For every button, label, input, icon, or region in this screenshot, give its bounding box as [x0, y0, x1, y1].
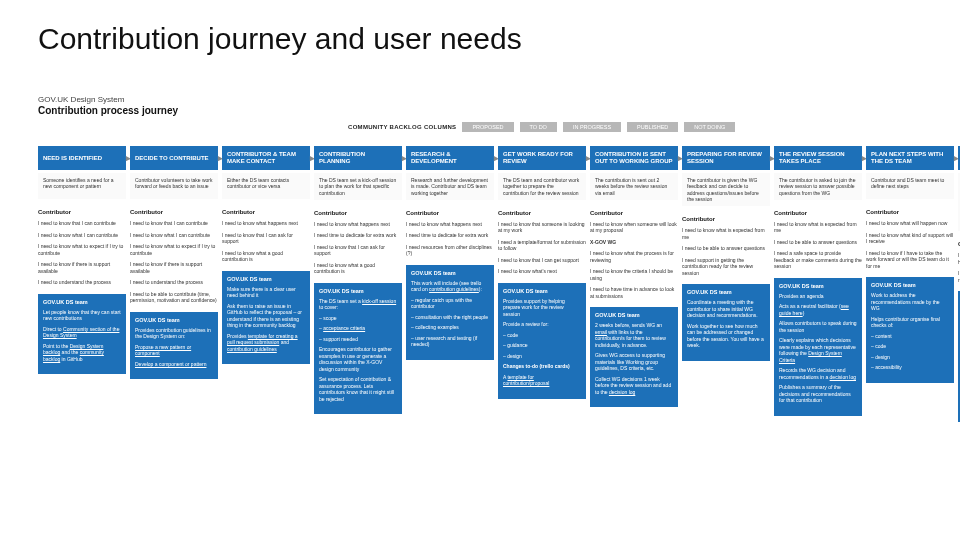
contributor-heading: Contributor [222, 209, 310, 215]
stage-column: GET WORK READY FOR REVIEW▸The DS team an… [498, 146, 586, 422]
legend-label: COMMUNITY BACKLOG COLUMNS [348, 124, 456, 130]
contributor-need: I need to know what kind of support will… [866, 232, 954, 245]
ds-team-heading: GOV.UK DS team [871, 282, 949, 289]
ds-team-item: 2 weeks before, sends WG an email with l… [595, 322, 673, 348]
contributor-need: I need resources from other disciplines … [406, 244, 494, 257]
stage-column: RESEARCH & DEVELOPMENT▸Research and furt… [406, 146, 494, 422]
ds-team-item: – code [503, 332, 581, 339]
ds-team-heading: GOV.UK DS team [319, 288, 397, 295]
contributor-heading: Contributor [774, 210, 862, 216]
journey-diagram: GOV.UK Design System Contribution proces… [38, 95, 960, 422]
contributor-need: I need to know what happens next [222, 220, 310, 227]
contributor-need: I need to understand the process [130, 279, 218, 286]
ds-team-item: – user research and testing (if needed) [411, 335, 489, 348]
ds-team-heading: GOV.UK DS team [779, 283, 857, 290]
legend-pill: NOT DOING [684, 122, 735, 132]
contributor-need: I need support in getting the contributi… [682, 257, 770, 277]
ds-team-box: GOV.UK DS teamProvides support by helpin… [498, 283, 586, 399]
contributor-heading: Contributor [498, 210, 586, 216]
ds-team-item: Work together to see how much can be add… [687, 323, 765, 349]
contributor-need: I need to know the criteria I should be … [590, 268, 678, 281]
stage-summary: The contributor is given the WG feedback… [682, 173, 770, 206]
contributor-need: I need to understand the process [38, 279, 126, 286]
stage-summary: The DS team set a kick-off session to pl… [314, 173, 402, 200]
ds-team-item: Work to address the recommendations made… [871, 292, 949, 312]
stage-summary: Contributor volunteers to take work forw… [130, 173, 218, 199]
contributor-heading: Contributor [682, 216, 770, 222]
contributor-heading: Contributor [38, 209, 126, 215]
stage-column: CONTRIBUTION IS SENT OUT TO WORKING GROU… [590, 146, 678, 422]
stage-column: CONTRIBUTOR & TEAM MAKE CONTACT▸Either t… [222, 146, 310, 422]
ds-team-box: GOV.UK DS teamThe DS team set a kick-off… [314, 283, 402, 415]
stage-header: RESEARCH & DEVELOPMENT▸ [406, 146, 494, 170]
contributor-need: I need to know if I have to take the wor… [866, 250, 954, 270]
contributor-need: I need to know what I can contribute [38, 232, 126, 239]
ds-team-item: – scope [319, 315, 397, 322]
contributor-need: I need to know if there is support avail… [38, 261, 126, 274]
ds-team-box: GOV.UK DS teamWork to address the recomm… [866, 277, 954, 383]
contributor-need: I need to know what is expected from me [774, 221, 862, 234]
stage-summary: Research and further development is made… [406, 173, 494, 200]
ds-team-item: A template for contribution/proposal [503, 374, 581, 387]
stage-header: CONTRIBUTION PLANNING▸ [314, 146, 402, 170]
contributor-heading: Contributor [314, 210, 402, 216]
ds-team-item: – collecting examples [411, 324, 489, 331]
diagram-suptitle: GOV.UK Design System [38, 95, 960, 104]
stage-header: PLAN NEXT STEPS WITH THE DS TEAM▸ [866, 146, 954, 170]
slide: Contribution journey and user needs GOV.… [0, 0, 960, 540]
ds-team-item: Propose a new pattern or component [135, 344, 213, 357]
stage-column: NEED IS IDENTIFIED▸Someone identifies a … [38, 146, 126, 422]
contributor-heading: Contributor [406, 210, 494, 216]
ds-team-heading: GOV.UK DS team [687, 289, 765, 296]
ds-team-item: Make sure there is a clear user need beh… [227, 286, 305, 299]
ds-team-item: – guidance [503, 342, 581, 349]
contributor-need: I need time to dedicate for extra work [406, 232, 494, 239]
contributor-need: I need to know when someone will look at… [590, 221, 678, 234]
ds-team-item: – support needed [319, 336, 397, 343]
ds-team-item: Provides template for creating a pull re… [227, 333, 305, 353]
stage-header: THE REVIEW SESSION TAKES PLACE▸ [774, 146, 862, 170]
ds-team-box: GOV.UK DS teamLet people know that they … [38, 294, 126, 375]
ds-team-heading: GOV.UK DS team [227, 276, 305, 283]
ds-team-item: Gives WG access to supporting materials … [595, 352, 673, 372]
contributor-need: I need to know what a good contribution … [314, 262, 402, 275]
contributor-need: I need to be able to answer questions [682, 245, 770, 252]
ds-team-item: Point to the Design System backlog and t… [43, 343, 121, 363]
contributor-heading: Contributor [866, 209, 954, 215]
ds-team-item: – design [503, 353, 581, 360]
contributor-need: I need to know if there is support avail… [130, 261, 218, 274]
contributor-need: I need to know that I can ask for suppor… [222, 232, 310, 245]
contributor-need: I need to know what I can contribute [130, 232, 218, 239]
ds-team-item: Provides support by helping prepare work… [503, 298, 581, 318]
legend-pill: PUBLISHED [627, 122, 678, 132]
contributor-heading: Contributor [590, 210, 678, 216]
contributor-need: I need to be able to contribute (time, p… [130, 291, 218, 304]
ds-team-item: Helps contributor organise final checks … [871, 316, 949, 329]
stage-summary: Contributor and DS team meet to define n… [866, 173, 954, 199]
ds-team-item: Encourages contributor to gather example… [319, 346, 397, 372]
ds-team-item: – regular catch ups with the contributor [411, 297, 489, 310]
ds-team-box: GOV.UK DS team2 weeks before, sends WG a… [590, 307, 678, 407]
ds-team-item: Provide a review for: [503, 321, 581, 328]
legend-pill: PROPOSED [462, 122, 513, 132]
stage-column: THE REVIEW SESSION TAKES PLACE▸The contr… [774, 146, 862, 422]
legend-pill: TO DO [520, 122, 557, 132]
ds-team-item: Set expectation of contribution & assura… [319, 376, 397, 402]
stage-column: PREPARING FOR REVIEW SESSION▸The contrib… [682, 146, 770, 422]
ds-team-item: – design [871, 354, 949, 361]
ds-team-heading: GOV.UK DS team [411, 270, 489, 277]
contributor-need: X-GOV WG [590, 239, 678, 246]
stage-summary: Someone identifies a need for a new comp… [38, 173, 126, 199]
contributor-need: I need to know what to expect if I try t… [38, 243, 126, 256]
stage-summary: Either the DS team contacts contributor … [222, 173, 310, 199]
ds-team-item: This work will include (see trello card … [411, 280, 489, 293]
ds-team-item: Direct to Community section of the Desig… [43, 326, 121, 339]
contributor-need: I need to know what happens next [314, 221, 402, 228]
ds-team-item: – acceptance criteria [319, 325, 397, 332]
contributor-need: I need to know what to expect if I try t… [130, 243, 218, 256]
stage-column: CONTRIBUTION PLANNING▸The DS team set a … [314, 146, 402, 422]
stage-header: CONTRIBUTOR & TEAM MAKE CONTACT▸ [222, 146, 310, 170]
contributor-need: I need to know that I can contribute [38, 220, 126, 227]
stage-header: PREPARING FOR REVIEW SESSION▸ [682, 146, 770, 170]
ds-team-item: Changes to-do (trello cards) [503, 363, 581, 370]
